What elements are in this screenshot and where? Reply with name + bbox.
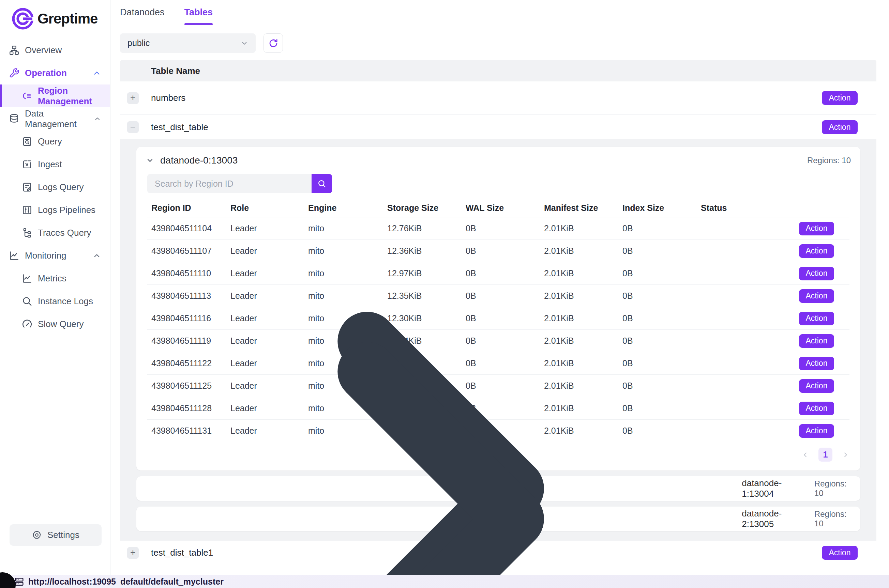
sidebar-item-label: Region Management: [38, 86, 101, 106]
chart-line-icon: [9, 250, 20, 261]
sidebar: Greptime Overview Operation Region Manag…: [0, 0, 110, 575]
refresh-button[interactable]: [263, 33, 283, 53]
datanode-label: datanode-1:13004: [742, 478, 802, 499]
tree-icon: [22, 228, 32, 238]
toolbar: public: [110, 25, 889, 53]
gauge-icon: [22, 319, 32, 329]
sidebar-item-operation[interactable]: Operation: [0, 62, 110, 84]
sidebar-item-label: Ingest: [38, 159, 62, 170]
metrics-icon: [22, 273, 32, 284]
tab-tables[interactable]: Tables: [185, 0, 213, 25]
expand-icon[interactable]: +: [127, 92, 139, 104]
sidebar-item-label: Logs Query: [38, 182, 84, 192]
region-action-button[interactable]: Action: [799, 312, 834, 326]
sidebar-item-traces-query[interactable]: Traces Query: [0, 221, 110, 244]
database-icon: [9, 114, 20, 124]
schema-selected-value: public: [128, 38, 150, 48]
search-icon: [317, 179, 327, 188]
server-icon: [14, 577, 24, 586]
sidebar-item-label: Instance Logs: [38, 296, 93, 307]
gear-icon: [32, 530, 42, 540]
wrench-icon: [9, 68, 20, 78]
sidebar-item-label: Traces Query: [38, 228, 92, 238]
region-action-button[interactable]: Action: [799, 267, 834, 280]
sidebar-item-label: Slow Query: [38, 319, 84, 329]
table-action-button[interactable]: Action: [822, 120, 857, 134]
sidebar-nav: Overview Operation Region Management Dat…: [0, 39, 110, 524]
tables-table-header: Table Name: [120, 60, 876, 81]
cluster-name: default/default_mycluster: [120, 577, 224, 586]
sidebar-item-logs-query[interactable]: Logs Query: [0, 176, 110, 199]
sidebar-item-data-management[interactable]: Data Management: [0, 107, 110, 130]
chevron-right-icon[interactable]: [842, 451, 850, 459]
settings-button[interactable]: Settings: [9, 524, 102, 546]
table-row-test-dist-table: − test_dist_table Action: [120, 115, 876, 140]
region-action-button[interactable]: Action: [799, 334, 834, 348]
region-action-button[interactable]: Action: [799, 244, 834, 258]
magnifier-icon: [22, 296, 32, 307]
sidebar-item-slow-query[interactable]: Slow Query: [0, 313, 110, 336]
sidebar-item-logs-pipelines[interactable]: Logs Pipelines: [0, 199, 110, 221]
table-action-button[interactable]: Action: [822, 91, 857, 105]
table-name: test_dist_table: [151, 122, 208, 132]
region-action-button[interactable]: Action: [799, 379, 834, 393]
datanode-card-collapsed[interactable]: datanode-2:13005 Regions: 10: [136, 507, 860, 531]
status-bar: http://localhost:19095 default/default_m…: [0, 575, 889, 588]
chevron-up-icon[interactable]: [93, 252, 101, 260]
sidebar-item-monitoring[interactable]: Monitoring: [0, 244, 110, 267]
column-table-name: Table Name: [151, 66, 200, 76]
tab-datanodes[interactable]: Datanodes: [120, 0, 165, 25]
refresh-icon: [268, 38, 278, 48]
chevron-left-icon[interactable]: [801, 451, 809, 459]
sidebar-item-label: Query: [38, 136, 62, 147]
region-action-button[interactable]: Action: [799, 289, 834, 303]
table-name: test_dist_table1: [151, 548, 213, 558]
chevron-down-icon: [241, 39, 248, 47]
chevron-down-icon[interactable]: [146, 156, 154, 165]
tables-table: Table Name + numbers Action − test_dist_…: [120, 60, 876, 565]
sidebar-item-label: Operation: [25, 68, 67, 78]
region-search-button[interactable]: [312, 174, 332, 193]
table-row-numbers: + numbers Action: [120, 81, 876, 115]
sidebar-item-ingest[interactable]: Ingest: [0, 153, 110, 176]
region-action-button[interactable]: Action: [799, 424, 834, 438]
chevron-right-icon[interactable]: [146, 224, 736, 588]
document-search-icon: [22, 136, 32, 147]
datanode-panel: datanode-0:13003 Regions: 10 Region ID R…: [120, 140, 876, 541]
connection-url[interactable]: http://localhost:19095: [28, 577, 116, 586]
datanode-label: datanode-2:13005: [742, 508, 802, 530]
main-content: Datanodes Tables public Table Name + num…: [110, 0, 889, 575]
chevron-up-icon[interactable]: [95, 115, 101, 123]
sidebar-item-region-management[interactable]: Region Management: [0, 84, 110, 107]
regions-count: Regions: 10: [807, 156, 851, 165]
sidebar-item-query[interactable]: Query: [0, 130, 110, 153]
page-number[interactable]: 1: [818, 448, 832, 462]
region-action-button[interactable]: Action: [799, 357, 834, 370]
region-search-input[interactable]: [147, 174, 312, 193]
table-name: numbers: [151, 93, 185, 103]
schema-select[interactable]: public: [120, 33, 256, 53]
regions-count: Regions: 10: [814, 509, 851, 528]
collapse-icon[interactable]: −: [127, 121, 139, 133]
sidebar-item-label: Overview: [25, 45, 62, 56]
sidebar-item-label: Monitoring: [25, 250, 66, 261]
region-action-button[interactable]: Action: [799, 222, 834, 236]
brand-name: Greptime: [38, 10, 98, 27]
settings-label: Settings: [47, 530, 80, 540]
sidebar-item-label: Metrics: [38, 273, 66, 284]
expand-icon[interactable]: +: [127, 547, 139, 559]
table-action-button[interactable]: Action: [822, 546, 857, 560]
datanode-header[interactable]: datanode-0:13003 Regions: 10: [136, 147, 860, 174]
document-pen-icon: [22, 182, 32, 192]
sidebar-item-instance-logs[interactable]: Instance Logs: [0, 290, 110, 313]
sitemap-icon: [9, 45, 20, 56]
table-row-test-dist-table1: + test_dist_table1 Action: [120, 541, 876, 565]
sliders-icon: [22, 205, 32, 215]
sidebar-item-metrics[interactable]: Metrics: [0, 267, 110, 290]
ingest-icon: [22, 159, 32, 170]
region-search: [147, 174, 332, 193]
chevron-up-icon[interactable]: [93, 69, 101, 77]
region-action-button[interactable]: Action: [799, 402, 834, 415]
sidebar-item-overview[interactable]: Overview: [0, 39, 110, 62]
regions-count: Regions: 10: [814, 479, 851, 498]
